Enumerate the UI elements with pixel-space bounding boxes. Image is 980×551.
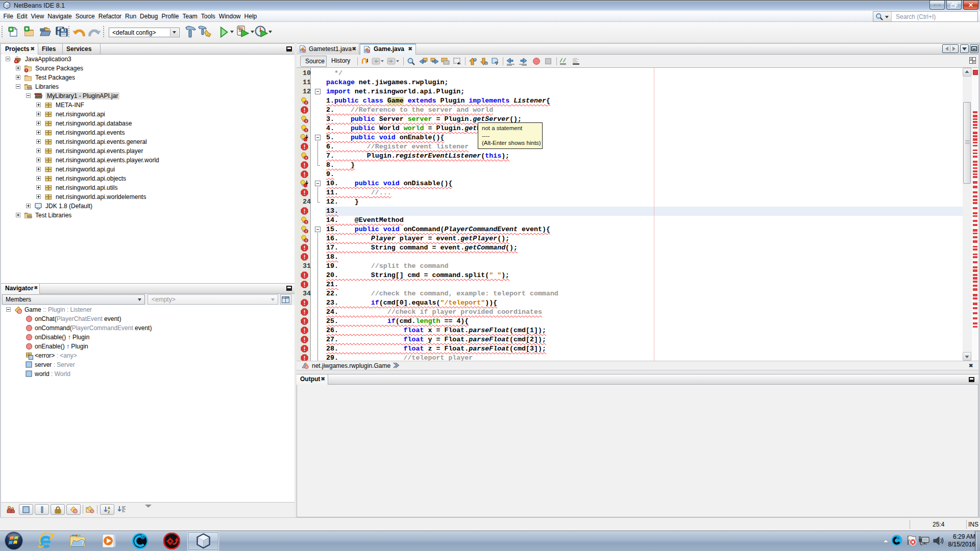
svg-text:Z: Z — [108, 510, 110, 514]
svg-text://: // — [559, 58, 567, 64]
svg-text:A: A — [108, 506, 110, 510]
